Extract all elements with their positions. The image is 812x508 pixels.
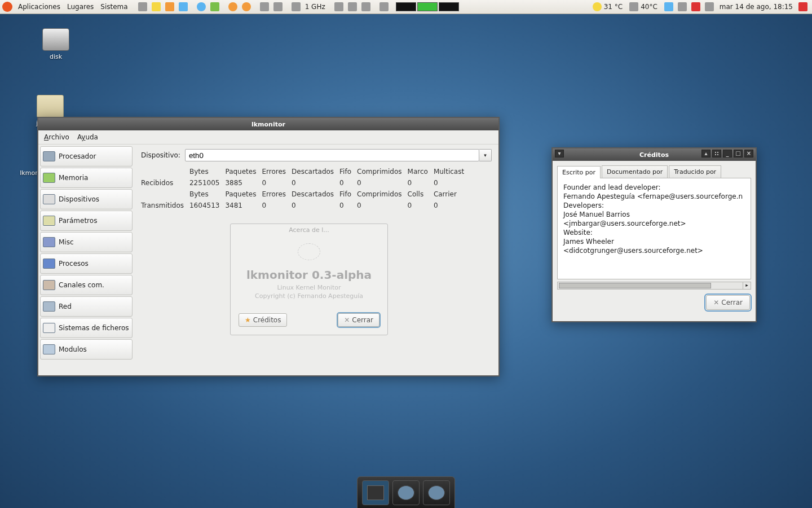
window-maximize-button[interactable]: □	[734, 150, 743, 157]
scrollbar-right-arrow[interactable]: ▸	[743, 282, 751, 289]
tray-winlist1-icon[interactable]	[333, 2, 345, 12]
processes-icon	[43, 259, 55, 269]
row-recv-label: Recibidos	[141, 177, 189, 189]
tray-monitor-icon[interactable]	[137, 2, 148, 12]
screen-icon	[43, 237, 55, 247]
sidebar-item-filesystems[interactable]: Sistemas de ficheros	[40, 318, 133, 338]
folder-icon	[37, 95, 64, 117]
dock-item-lkmonitor-2[interactable]	[423, 480, 450, 505]
ram-icon	[43, 173, 55, 183]
credits-h-scrollbar[interactable]: ▸	[557, 282, 751, 290]
tray-winlist2-icon[interactable]	[347, 2, 358, 12]
lkmonitor-icon	[428, 485, 445, 500]
credits-titlebar[interactable]: ▾ Créditos ▴ :: _ □ ×	[553, 148, 756, 161]
tray-lock-icon[interactable]	[151, 2, 162, 12]
sidebar-item-modulos[interactable]: Modulos	[40, 339, 133, 360]
tray-ruby-icon[interactable]	[690, 2, 701, 12]
terminal-icon	[367, 485, 384, 500]
distro-icon[interactable]	[2, 2, 12, 12]
tab-traducido-por[interactable]: Traducido por	[669, 165, 721, 178]
menu-apps[interactable]: Aplicaciones	[15, 3, 64, 11]
network-icon	[43, 301, 55, 312]
about-sub2: Copyright (c) Fernando Apesteguía	[239, 292, 379, 300]
lkmonitor-icon	[398, 485, 414, 500]
sidebar-item-memoria[interactable]: Memoria	[40, 168, 133, 188]
hdd-icon	[43, 194, 55, 204]
tray-people-icon[interactable]	[209, 2, 220, 12]
window-ontop-button[interactable]: ::	[712, 150, 721, 157]
lkmonitor-window: lkmonitor Archivo Ayuda Procesador Memor…	[37, 117, 500, 376]
menu-archivo[interactable]: Archivo	[44, 133, 69, 141]
volume-icon[interactable]	[704, 2, 715, 12]
temp1-label: 31 °C	[604, 3, 623, 11]
tray-skype-icon[interactable]	[196, 2, 207, 12]
tray-note-icon[interactable]	[663, 2, 674, 12]
desktop-icon-disk[interactable]: disk	[30, 28, 81, 60]
sidebar-item-parametros[interactable]: Parámetros	[40, 211, 133, 231]
device-combo-button[interactable]: ▾	[479, 149, 492, 161]
tab-documentado-por[interactable]: Documentado por	[602, 165, 668, 178]
window-rollup-button[interactable]: ▴	[701, 150, 710, 157]
disk-icon	[42, 28, 69, 51]
about-credits-button[interactable]: ★ Créditos	[239, 313, 287, 327]
tray-trash-icon[interactable]	[378, 2, 390, 12]
bottom-dock	[357, 476, 455, 508]
logout-icon[interactable]	[797, 2, 809, 12]
channels-icon	[43, 280, 55, 290]
sidebar-item-misc[interactable]: Misc	[40, 232, 133, 252]
clock-label[interactable]: mar 14 de ago, 18:15	[716, 3, 796, 11]
device-input[interactable]	[185, 149, 479, 161]
tray-globe-icon[interactable]	[272, 2, 284, 12]
dock-item-terminal[interactable]	[362, 480, 389, 505]
row-tx-label: Transmitidos	[141, 200, 189, 211]
sidebar-item-dispositivos[interactable]: Dispositivos	[40, 189, 133, 209]
about-sub1: Linux Kernel Monitor	[239, 284, 379, 291]
about-title: lkmonitor 0.3-alpha	[239, 268, 379, 282]
dock-item-lkmonitor-1[interactable]	[392, 480, 420, 505]
credits-text-area: Founder and lead developer: Fernando Ape…	[557, 178, 751, 279]
cpu-bar-3	[439, 2, 459, 11]
menu-places[interactable]: Lugares	[64, 3, 97, 11]
menu-system[interactable]: Sistema	[97, 3, 131, 11]
sidebar-item-procesador[interactable]: Procesador	[40, 146, 133, 167]
lk-menubar: Archivo Ayuda	[38, 130, 498, 144]
star-icon: ★	[245, 316, 251, 324]
tab-escrito-por[interactable]: Escrito por	[557, 166, 601, 178]
tray-doc-icon[interactable]	[259, 2, 270, 12]
about-titlebar[interactable]: Acerca de l...	[231, 226, 387, 234]
about-dialog: Acerca de l... lkmonitor 0.3-alpha Linux…	[230, 224, 388, 335]
tray-compass-icon[interactable]	[178, 2, 189, 12]
hdd-temp-icon[interactable]	[628, 2, 639, 12]
lk-sidebar: Procesador Memoria Dispositivos Parámetr…	[38, 144, 134, 375]
sidebar-item-procesos[interactable]: Procesos	[40, 253, 133, 274]
tray-glasses-icon[interactable]	[677, 2, 688, 12]
lk-titlebar[interactable]: lkmonitor	[38, 118, 498, 130]
about-logo-icon	[298, 243, 320, 260]
about-close-button[interactable]: ✕ Cerrar	[338, 313, 379, 327]
scrollbar-thumb[interactable]	[559, 283, 711, 288]
gear-icon	[43, 344, 55, 354]
credits-close-button[interactable]: ✕ Cerrar	[706, 295, 750, 310]
page-icon	[43, 323, 55, 333]
cpu-bar-1	[396, 2, 416, 11]
credits-title-text: Créditos	[639, 151, 669, 159]
weather-icon[interactable]	[592, 2, 603, 12]
lk-title-text: lkmonitor	[251, 121, 285, 128]
menu-ayuda[interactable]: Ayuda	[77, 133, 98, 141]
cpu-chip-icon	[43, 151, 55, 161]
credits-tabs: Escrito por Documentado por Traducido po…	[553, 161, 756, 178]
sidebar-item-red[interactable]: Red	[40, 296, 133, 317]
window-minimize-button[interactable]: _	[723, 150, 732, 157]
tray-firefox-icon[interactable]	[227, 2, 239, 12]
device-label: Dispositivo:	[141, 151, 180, 159]
tray-browser-icon[interactable]	[241, 2, 252, 12]
sidebar-item-canales[interactable]: Canales com.	[40, 275, 133, 295]
credits-window: ▾ Créditos ▴ :: _ □ × Escrito por Docume…	[551, 147, 757, 322]
close-icon: ✕	[344, 316, 350, 324]
window-close-button[interactable]: ×	[744, 150, 753, 157]
tray-cpu-icon[interactable]	[290, 2, 302, 12]
tray-winlist3-icon[interactable]	[360, 2, 372, 12]
window-menu-button[interactable]: ▾	[555, 150, 564, 157]
cpu-bar-2	[417, 2, 438, 11]
tray-art-icon[interactable]	[164, 2, 175, 12]
